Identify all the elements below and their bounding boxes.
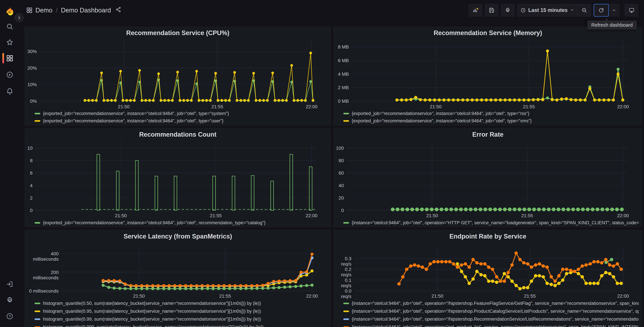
chevron-down-icon [570, 8, 574, 12]
breadcrumb-separator: / [55, 7, 58, 14]
legend-label: histogram_quantile(0.95, sum(rate(latenc… [43, 309, 261, 314]
legend-item[interactable]: {exported_job="recommendationservice", i… [34, 118, 327, 124]
y-axis-tick-label: 0 MB [335, 98, 349, 104]
y-axis-tick-label: 0% [26, 98, 37, 104]
legend-item[interactable]: {instance="otelcol:9464", job="otel", op… [343, 316, 639, 322]
panel: Endpoint Rate by Service0.0 req/s0.1 req… [334, 230, 642, 327]
x-axis-tick-label: 21:55 [517, 104, 541, 110]
x-axis-tick-label: 22:00 [300, 104, 323, 110]
dashboard-header: Demo / Demo Dashboard [19, 0, 644, 20]
refresh-icon [598, 7, 604, 13]
legend-label: {instance="otelcol:9464", job="otel", op… [352, 324, 639, 327]
y-axis-tick-label: 4 MB [335, 72, 349, 77]
tooltip-text: Refresh dashboard [591, 22, 633, 28]
sidebar-item-starred[interactable] [0, 34, 19, 50]
breadcrumb-folder[interactable]: Demo [36, 7, 52, 14]
share-button[interactable] [114, 6, 122, 14]
legend-swatch [34, 326, 40, 327]
time-range-caret [570, 8, 574, 13]
y-axis-tick-label: 20% [26, 66, 37, 71]
legend-swatch [34, 113, 40, 114]
zoom-out-icon [581, 7, 587, 13]
y-axis-tick-label: 100 [335, 146, 344, 151]
dashboards-grid-icon [6, 54, 14, 62]
refresh-dashboard-button[interactable] [594, 4, 609, 16]
apps-icon[interactable] [26, 7, 33, 14]
sidebar-item-explore[interactable] [0, 67, 19, 82]
x-axis-tick-label: 22:00 [300, 294, 324, 299]
x-axis-tick-label: 21:50 [424, 104, 448, 110]
grafana-app: ? Demo / Demo Dashboard [0, 0, 644, 327]
grafana-logo-icon [4, 6, 15, 17]
x-axis-tick-label: 22:00 [300, 213, 323, 218]
legend-item[interactable]: {instance="otelcol:9464", job="otel", op… [343, 300, 639, 306]
sidebar-item-dashboards[interactable] [0, 50, 19, 66]
gear-icon [6, 296, 14, 304]
legend-label: {exported_job="recommendationservice", i… [43, 118, 224, 124]
legend-swatch [343, 318, 349, 320]
legend-item[interactable]: {instance="otelcol:9464", job="otel", op… [343, 324, 639, 327]
x-axis-tick-label: 21:55 [518, 294, 542, 299]
x-axis-tick-label: 22:00 [611, 104, 635, 110]
refresh-interval-caret-button[interactable] [609, 4, 620, 16]
monitor-icon [628, 7, 634, 13]
sidebar-item-sign-in[interactable] [0, 276, 19, 292]
legend-swatch [34, 303, 40, 304]
legend-label: histogram_quantile(0.999, sum(rate(laten… [43, 324, 264, 327]
y-axis-tick-label: 0 [335, 208, 344, 213]
x-axis-tick-label: 21:50 [109, 213, 133, 218]
legend-swatch [343, 222, 349, 224]
legend-label: {exported_job="recommendationservice", i… [352, 111, 529, 116]
compass-icon [6, 71, 14, 78]
sidebar-item-configuration[interactable] [0, 292, 19, 308]
breadcrumb-dashboard-title[interactable]: Demo Dashboard [61, 7, 111, 14]
y-axis-tick-label: 10 [26, 146, 32, 151]
y-axis-tick-label: 0.2 req/s [335, 267, 352, 278]
breadcrumb: Demo / Demo Dashboard [26, 6, 122, 14]
legend-label: {instance="otelcol:9464", job="otel", op… [352, 316, 639, 322]
legend-item[interactable]: {exported_job="recommendationservice", i… [34, 110, 327, 116]
y-axis-tick-label: 400 milliseconds [26, 251, 58, 262]
legend-label: {exported_job="recommendationservice", i… [43, 111, 229, 116]
save-icon [488, 7, 494, 13]
time-range-picker[interactable]: Last 15 minutes [517, 4, 578, 16]
expand-sidebar-button[interactable] [14, 13, 24, 22]
y-axis-tick-label: 30% [26, 49, 37, 54]
y-axis-tick-label: 6 MB [335, 58, 349, 63]
legend-item[interactable]: histogram_quantile(0.50, sum(rate(latenc… [34, 300, 327, 306]
legend-item[interactable]: histogram_quantile(0.99, sum(rate(latenc… [34, 316, 327, 322]
y-axis-tick-label: 8 [26, 158, 32, 163]
sidebar-item-help[interactable]: ? [0, 308, 19, 324]
legend-label: {exported_job="recommendationservice", i… [352, 118, 532, 124]
x-axis-tick-label: 21:55 [214, 294, 237, 299]
legend-item[interactable]: histogram_quantile(0.999, sum(rate(laten… [34, 324, 327, 327]
refresh-group [594, 4, 620, 16]
save-dashboard-button[interactable] [485, 4, 498, 16]
share-icon [115, 6, 122, 12]
add-panel-icon [472, 7, 478, 13]
legend-item[interactable]: {exported_job="recommendationservice", i… [34, 220, 327, 226]
chevron-down-icon [612, 8, 616, 12]
legend-label: {instance="otelcol:9464", job="otel", op… [352, 220, 639, 226]
svg-text:?: ? [8, 314, 10, 318]
zoom-out-time-button[interactable] [578, 4, 591, 16]
y-axis-tick-label: 80 [335, 158, 344, 163]
cycle-view-mode-button[interactable] [625, 4, 638, 16]
legend-item[interactable]: {exported_job="recommendationservice", i… [343, 110, 639, 116]
legend-item[interactable]: histogram_quantile(0.95, sum(rate(latenc… [34, 308, 327, 314]
y-axis-tick-label: 0.1 req/s [335, 278, 352, 288]
dashboard-toolbar: Last 15 minutes [469, 4, 638, 16]
legend-swatch [34, 318, 40, 320]
legend-item[interactable]: {instance="otelcol:9464", job="otel", op… [343, 220, 639, 226]
sidebar: ? [0, 0, 19, 327]
legend-swatch [343, 310, 349, 312]
x-axis-tick-label: 21:55 [204, 213, 228, 218]
help-icon: ? [6, 312, 14, 320]
panel: Recommendation Service (Memory)0 MB2 MB4… [334, 26, 642, 126]
dashboard-settings-button[interactable] [501, 4, 514, 16]
legend-item[interactable]: {exported_job="recommendationservice", i… [343, 118, 639, 124]
add-panel-button[interactable] [469, 4, 482, 16]
sidebar-item-alerting[interactable] [0, 84, 19, 99]
legend-swatch [343, 120, 349, 122]
legend-item[interactable]: {instance="otelcol:9464", job="otel", op… [343, 308, 639, 314]
